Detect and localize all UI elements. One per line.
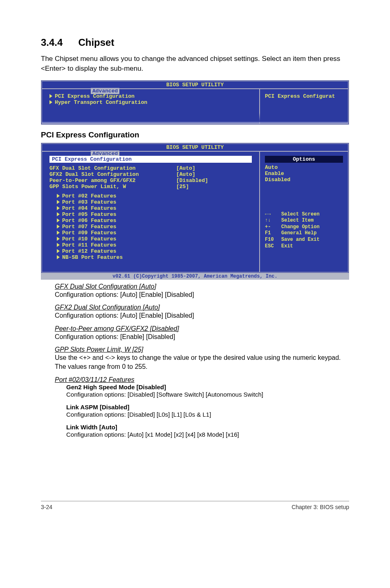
opt-auto: Auto <box>265 164 343 171</box>
opt-enable: Enable <box>265 171 343 177</box>
lbl-gfx: GFX Dual Slot Configuration <box>49 165 176 171</box>
options-title: Options <box>265 156 343 163</box>
lbl-gpp: GPP Slots Power Limit, W <box>49 184 176 190</box>
key-f1: F1 <box>265 230 281 237</box>
desc-gfx2-title: GFX2 Dual Slot Configuration [Auto] <box>55 304 349 311</box>
row-gfx[interactable]: GFX Dual Slot Configuration[Auto] <box>49 165 252 171</box>
val-peer: [Disabled] <box>176 177 208 184</box>
desc-gpp-body: Use the <+> and <-> keys to change the v… <box>55 353 349 371</box>
port-11[interactable]: Port #11 Features <box>57 242 252 248</box>
section-number: 3.4.4 <box>41 37 63 48</box>
lbl-peer: Peer-to-Peer among GFX/GFX2 <box>49 177 176 184</box>
val-gfx2: [Auto] <box>176 171 195 177</box>
port-10[interactable]: Port #10 Features <box>57 236 252 242</box>
desc-aspm-body: Configuration options: [Disabled] [L0s] … <box>66 411 349 419</box>
port-04[interactable]: Port #04 Features <box>57 205 252 211</box>
desc-gpp-title: GPP Slots Power Limit, W [25] <box>55 346 349 353</box>
port-03[interactable]: Port #03 Features <box>57 199 252 205</box>
bios-help-pane: PCI Express Configurat <box>260 89 348 123</box>
bios-title-2: BIOS SETUP UTILITY <box>42 144 348 151</box>
key-esc: ESC <box>265 243 281 250</box>
key-ud-icon: ↑↓ <box>265 218 281 224</box>
port-07[interactable]: Port #07 Features <box>57 224 252 230</box>
lbl-gfx2: GFX2 Dual Slot Configuration <box>49 171 176 177</box>
help-text: PCI Express Configurat <box>265 93 343 99</box>
port-02[interactable]: Port #02 Features <box>57 193 252 199</box>
page-number: 3-24 <box>41 504 52 510</box>
desc-lw-title: Link Width [Auto] <box>66 424 349 431</box>
bios-left-pane-2: PCI Express Configuration GFX Dual Slot … <box>42 152 260 272</box>
desc-peer-title: Peer-to-Peer among GFX/GFX2 [Disabled] <box>55 325 349 332</box>
port-09[interactable]: Port #09 Features <box>57 230 252 236</box>
bios-footer: v02.61 (C)Copyright 1985-2007, American … <box>41 273 349 280</box>
keys-legend: ←→Select Screen ↑↓Select Item +-Change O… <box>265 211 343 250</box>
port-06[interactable]: Port #06 Features <box>57 218 252 224</box>
desc-peer-body: Configuration options: [Enable] [Disable… <box>55 332 349 341</box>
key-f10: F10 <box>265 237 281 243</box>
key-pm: +- <box>265 224 281 231</box>
port-05[interactable]: Port #05 Features <box>57 211 252 218</box>
desc-gfx-title: GFX Dual Slot Configuration [Auto] <box>55 283 349 290</box>
menu-pci-express[interactable]: PCI Express Configuration <box>49 93 252 99</box>
section-heading: 3.4.4Chipset <box>41 37 349 48</box>
key-lr-icon: ←→ <box>265 211 281 218</box>
desc-gen2-title: Gen2 High Speed Mode [Disabled] <box>66 384 349 391</box>
row-peer[interactable]: Peer-to-Peer among GFX/GFX2[Disabled] <box>49 177 252 184</box>
desc-gfx2-body: Configuration options: [Auto] [Enable] [… <box>55 311 349 320</box>
bios-panel-pce: BIOS SETUP UTILITY Advanced PCI Express … <box>41 143 349 273</box>
intro-text: The Chipset menu allows you to change th… <box>41 54 349 74</box>
row-gfx2[interactable]: GFX2 Dual Slot Configuration[Auto] <box>49 171 252 177</box>
bios-right-pane-2: Options Auto Enable Disabled ←→Select Sc… <box>260 152 348 272</box>
bios-panel-chipset: BIOS SETUP UTILITY Advanced PCI Express … <box>41 80 349 125</box>
row-gpp[interactable]: GPP Slots Power Limit, W[25] <box>49 184 252 190</box>
desc-gfx-body: Configuration options: [Auto] [Enable] [… <box>55 290 349 299</box>
pce-section-heading: PCI Express Configuration <box>49 156 252 163</box>
menu-hyper-transport[interactable]: Hyper Transport Configuration <box>49 99 252 105</box>
desc-gen2-body: Configuration options: [Disabled] [Softw… <box>66 391 349 399</box>
nb-sb[interactable]: NB-SB Port Features <box>57 254 252 260</box>
chapter-label: Chapter 3: BIOS setup <box>291 504 349 510</box>
section-title: Chipset <box>78 37 114 48</box>
desc-lw-body: Configuration options: [Auto] [x1 Mode] … <box>66 431 349 439</box>
desc-port-title: Port #02/03/11/12 Features <box>55 376 349 384</box>
desc-aspm-title: Link ASPM [Disabled] <box>66 404 349 411</box>
val-gpp: [25] <box>176 184 189 190</box>
page-footer: 3-24 Chapter 3: BIOS setup <box>0 501 390 527</box>
bios-title: BIOS SETUP UTILITY <box>42 81 348 88</box>
val-gfx: [Auto] <box>176 165 195 171</box>
bios-left-pane: PCI Express Configuration Hyper Transpor… <box>42 89 260 123</box>
port-12[interactable]: Port #12 Features <box>57 248 252 254</box>
opt-disabled: Disabled <box>265 177 343 183</box>
pce-heading: PCI Express Configuration <box>41 130 349 139</box>
